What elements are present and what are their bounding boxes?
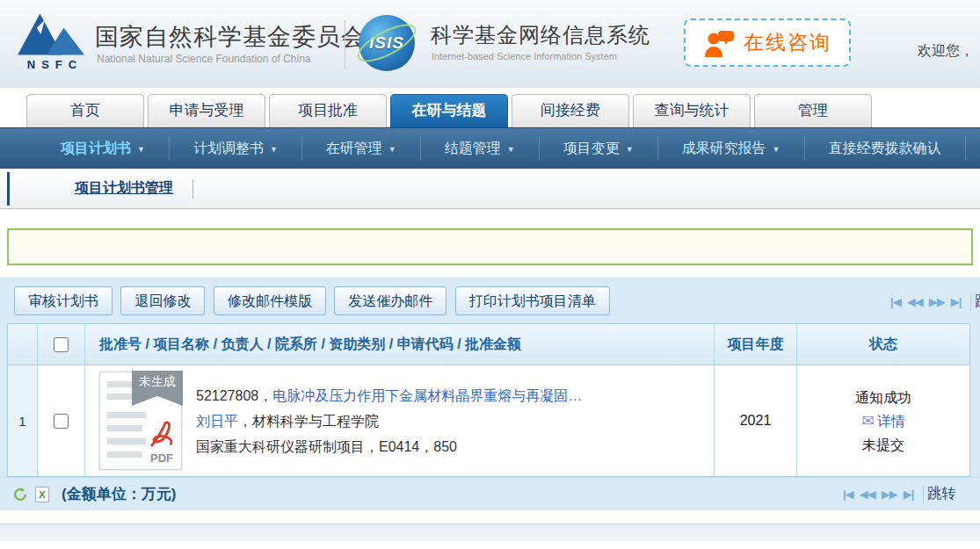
header-year-cell: 项目年度	[715, 324, 797, 365]
tab-home[interactable]: 首页	[26, 94, 144, 127]
pager-divider	[923, 486, 924, 503]
bottom-strip	[0, 524, 980, 541]
row-status-cell: 通知成功 ✉详情 未提交	[797, 365, 969, 476]
isis-letters: ISIS	[369, 33, 404, 53]
menu-label: 计划调整书	[193, 140, 264, 158]
menu-ongoing-management[interactable]: 在研管理 ▼	[302, 137, 421, 160]
system-name-cn: 科学基金网络信息系统	[431, 21, 650, 49]
menu-plan-adjustment[interactable]: 计划调整书 ▼	[170, 137, 302, 160]
menu-research-report[interactable]: 成果研究报告 ▼	[658, 137, 805, 160]
org-name-en: National Natural Science Foundation of C…	[97, 53, 310, 65]
envelope-icon: ✉	[861, 413, 874, 430]
header-status-cell: 状态	[797, 324, 969, 365]
row-checkbox[interactable]	[54, 414, 69, 429]
menu-label: 项目计划书	[61, 140, 131, 158]
menu-project-change[interactable]: 项目变更 ▼	[540, 137, 658, 160]
grid-panel: 审核计划书 退回修改 修改邮件模版 发送催办邮件 打印计划书项目清单 |◀ ◀◀…	[0, 278, 980, 510]
header-divider	[345, 19, 345, 69]
status-line3: 未提交	[855, 433, 911, 457]
row-line3: 国家重大科研仪器研制项目，E0414，850	[196, 434, 582, 459]
row-year: 2021	[715, 365, 797, 476]
consult-person-icon	[703, 29, 735, 57]
header-check-cell	[38, 324, 85, 365]
send-reminder-mail-button[interactable]: 发送催办邮件	[334, 286, 446, 315]
row-check-cell	[38, 365, 85, 476]
header-main-cell: 批准号 / 项目名称 / 负责人 / 院系所 / 资助类别 / 申请代码 / 批…	[85, 324, 715, 365]
header-rownum-cell	[8, 324, 38, 365]
last-page-icon[interactable]: ▶|	[904, 488, 914, 501]
last-page-icon[interactable]: ▶|	[951, 295, 962, 308]
amount-unit-note: (金额单位：万元)	[62, 484, 176, 504]
return-revise-button[interactable]: 退回修改	[120, 286, 205, 315]
department-text: ，材料科学与工程学院	[238, 414, 379, 429]
grid-toolbar: 审核计划书 退回修改 修改邮件模版 发送催办邮件 打印计划书项目清单 |◀ ◀◀…	[0, 278, 980, 323]
chevron-down-icon: ▼	[270, 143, 278, 154]
org-name-cn: 国家自然科学基金委员会	[95, 21, 366, 53]
prev-page-icon[interactable]: ◀◀	[907, 295, 923, 308]
first-page-icon[interactable]: |◀	[843, 488, 853, 501]
menu-label: 成果研究报告	[682, 140, 766, 158]
row-line1: 52127808，电脉冲及压力作用下金属材料晶界重熔与再凝固…	[196, 383, 582, 408]
notice-box	[7, 228, 973, 265]
online-consult-button[interactable]: 在线咨询	[684, 18, 851, 67]
jump-label[interactable]: 跳转	[975, 293, 980, 311]
chevron-down-icon: ▼	[773, 143, 780, 154]
main-tabbar: 首页 申请与受理 项目批准 在研与结题 间接经费 查询与统计 管理	[0, 88, 980, 127]
detail-link[interactable]: 详情	[877, 414, 905, 429]
chevron-down-icon: ▼	[507, 143, 515, 154]
breadcrumb-link[interactable]: 项目计划书管理	[75, 179, 173, 198]
nsfc-mountain-icon	[16, 11, 88, 60]
pdf-word: PDF	[150, 451, 173, 465]
first-page-icon[interactable]: |◀	[890, 295, 901, 308]
consult-label: 在线咨询	[744, 29, 831, 56]
menu-conclusion-management[interactable]: 结题管理 ▼	[421, 137, 540, 160]
next-page-icon[interactable]: ▶▶	[929, 295, 945, 308]
project-title-link[interactable]: 电脉冲及压力作用下金属材料晶界重熔与再凝固…	[272, 388, 582, 403]
row-text-block: 52127808，电脉冲及压力作用下金属材料晶界重熔与再凝固… 刘日平，材料科学…	[196, 383, 582, 459]
welcome-text: 欢迎您，	[918, 42, 974, 61]
chevron-down-icon: ▼	[137, 143, 145, 154]
approval-no: 52127808，	[196, 388, 272, 403]
pdf-thumbnail[interactable]: 未生成 PDF	[99, 372, 182, 470]
print-plan-list-button[interactable]: 打印计划书项目清单	[455, 286, 610, 315]
system-name-en: Internet-based Science Information Syste…	[432, 51, 617, 61]
menu-label: 直接经费拨款确认	[829, 140, 941, 158]
menu-direct-fund-confirm[interactable]: 直接经费拨款确认	[805, 137, 966, 160]
tab-indirect-funds[interactable]: 间接经费	[512, 94, 629, 127]
menu-label: 项目变更	[563, 140, 620, 158]
tab-management[interactable]: 管理	[754, 94, 872, 127]
isis-logo-icon: ISIS	[359, 15, 415, 71]
tab-application[interactable]: 申请与受理	[148, 94, 265, 127]
grid-footer-bar: X (金额单位：万元) |◀ ◀◀ ▶▶ ▶| 跳转	[0, 477, 980, 510]
pdf-logo-icon	[146, 420, 176, 450]
tab-query-statistics[interactable]: 查询与统计	[633, 94, 751, 127]
sub-menubar: 项目计划书 ▼ 计划调整书 ▼ 在研管理 ▼ 结题管理 ▼ 项目变更 ▼ 成果研…	[0, 127, 980, 169]
pager-divider	[970, 293, 971, 311]
status-line2: ✉详情	[855, 409, 911, 433]
select-all-checkbox[interactable]	[54, 337, 69, 352]
tab-approval[interactable]: 项目批准	[269, 94, 387, 127]
row-index: 1	[8, 365, 38, 476]
plan-grid: 批准号 / 项目名称 / 负责人 / 院系所 / 资助类别 / 申请代码 / 批…	[7, 323, 970, 477]
review-plan-button[interactable]: 审核计划书	[14, 286, 113, 315]
excel-export-icon[interactable]: X	[35, 487, 49, 502]
status-line1: 通知成功	[855, 386, 911, 409]
breadcrumb-accent	[7, 172, 10, 206]
grid-header-row: 批准号 / 项目名称 / 负责人 / 院系所 / 资助类别 / 申请代码 / 批…	[8, 324, 969, 365]
tab-ongoing-conclusion[interactable]: 在研与结题	[390, 94, 508, 127]
row-line2: 刘日平，材料科学与工程学院	[196, 408, 582, 434]
prev-page-icon[interactable]: ◀◀	[860, 488, 875, 501]
menu-project-plan[interactable]: 项目计划书 ▼	[37, 137, 170, 160]
jump-label[interactable]: 跳转	[927, 485, 955, 503]
not-generated-badge: 未生成	[132, 371, 183, 406]
edit-mail-template-button[interactable]: 修改邮件模版	[214, 286, 326, 315]
next-page-icon[interactable]: ▶▶	[882, 488, 897, 501]
refresh-icon[interactable]	[12, 487, 28, 502]
page-header: NSFC 国家自然科学基金委员会 National Natural Scienc…	[0, 0, 980, 88]
nsfc-letters: NSFC	[14, 58, 90, 71]
breadcrumb-bar: 项目计划书管理	[0, 169, 980, 209]
row-main-cell: 未生成 PDF 52127808，电脉冲及压力作用下金属材料晶界重熔与再凝固… …	[85, 365, 715, 476]
chevron-down-icon: ▼	[388, 143, 396, 154]
table-row: 1 未生成 P	[8, 365, 969, 476]
leader-link[interactable]: 刘日平	[196, 414, 238, 429]
